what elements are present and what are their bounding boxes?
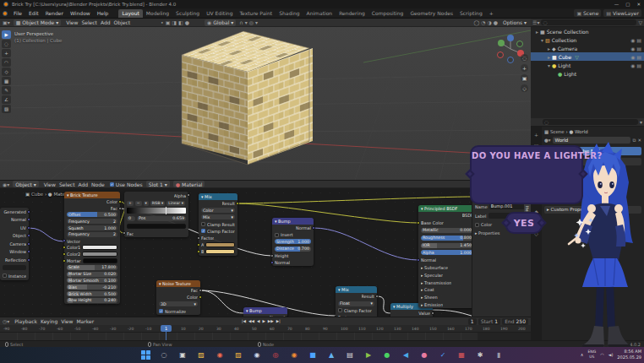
visibility-icons[interactable]: ◉ ▤ xyxy=(630,54,641,60)
ramp-control-button[interactable]: ▾ xyxy=(144,201,149,206)
texture-coordinate-node[interactable]: GeneratedNormalUVObjectCameraWindowRefle… xyxy=(0,208,29,280)
node-socket[interactable] xyxy=(123,231,126,235)
principled-bsdf-node-header[interactable]: ▾ Principled BSDF xyxy=(418,205,476,212)
taskbar-app-icon[interactable]: ◉ xyxy=(251,349,264,361)
viewport-menu-item[interactable]: Add xyxy=(99,19,112,25)
node-socket[interactable] xyxy=(270,254,274,257)
node-wire[interactable] xyxy=(29,228,64,241)
expander-icon[interactable]: ▾ xyxy=(541,37,543,43)
node-canvas[interactable]: ▣ Cube › ● Material GeneratedNormalUVObj… xyxy=(0,188,531,317)
taskbar-app-icon[interactable]: ● xyxy=(381,349,394,361)
workspace-tab[interactable]: Rendering xyxy=(336,9,368,18)
brick-texture-color1[interactable]: Color1 xyxy=(64,245,120,252)
color-ramp-ramp-gradient[interactable] xyxy=(124,207,188,214)
close-button[interactable]: ✕ xyxy=(636,2,641,7)
node-socket[interactable] xyxy=(431,312,434,315)
use-nodes-checkbox[interactable]: ✓Use Nodes xyxy=(110,182,143,187)
node-socket[interactable] xyxy=(27,242,30,246)
taskbar-app-icon[interactable]: ◉ xyxy=(288,349,301,361)
maximize-button[interactable]: ▢ xyxy=(625,2,630,7)
node-editor-menu-item[interactable]: Add xyxy=(76,182,90,187)
viewlayer-selector[interactable]: ▤ViewLayer xyxy=(603,9,641,17)
material-selector[interactable]: ●Material xyxy=(173,181,205,187)
mix-color-a[interactable]: A xyxy=(199,241,237,248)
viewport-tool-button[interactable]: ▶ xyxy=(2,30,11,39)
node-socket[interactable] xyxy=(197,250,200,253)
mix-color-b[interactable]: B xyxy=(199,248,237,255)
mix-float-node-header[interactable]: ▾ Mix xyxy=(336,286,377,293)
outliner-search-input[interactable]: ◌ xyxy=(541,19,636,25)
node-socket[interactable] xyxy=(375,295,379,298)
viewport-tool-button[interactable]: ✎ xyxy=(2,86,11,95)
bump-strength[interactable]: Strength1.000 xyxy=(272,238,314,245)
outliner-filter-icon[interactable]: ▽ xyxy=(638,19,642,25)
viewport-3d[interactable]: User Perspective (1) Collection | Cube ▶… xyxy=(0,27,531,180)
playback-button[interactable]: |◀ xyxy=(242,319,246,323)
workspace-tab[interactable]: + xyxy=(486,9,497,18)
taskbar-app-icon[interactable]: ▣ xyxy=(177,349,189,361)
menu-item[interactable]: File xyxy=(10,10,25,16)
viewport-tool-button[interactable]: ∠ xyxy=(2,95,11,104)
mix-color-clamp-factor[interactable]: ✓Clamp Factor xyxy=(199,228,237,235)
node-socket[interactable] xyxy=(27,210,30,214)
wifi-icon[interactable]: ◠ xyxy=(600,352,603,357)
brick-cube[interactable] xyxy=(182,31,313,165)
timeline-menu-item[interactable]: View xyxy=(59,318,74,324)
properties-filter-icon[interactable]: ▾ xyxy=(640,119,642,125)
playback-button[interactable]: ▶ xyxy=(262,319,265,323)
properties-search-input[interactable]: ◌ xyxy=(543,119,638,125)
brick-texture-color2[interactable]: Color2 xyxy=(64,251,120,257)
outliner-row[interactable]: ● Light xyxy=(531,69,644,78)
language-indicator[interactable]: ENGUS xyxy=(587,349,596,360)
expander-icon[interactable]: ▸ xyxy=(548,54,550,60)
frame-end-field[interactable]: End250 xyxy=(502,318,528,325)
mode-transfer-icons[interactable]: •▣◨◧● xyxy=(161,19,189,25)
workspace-tab[interactable]: Compositing xyxy=(368,9,407,18)
mode-dropdown[interactable]: ■Object Mode▾ xyxy=(14,19,61,26)
current-frame-field[interactable]: 1 xyxy=(468,318,477,325)
brick-texture-node[interactable]: ▾ Brick TextureColorFacOffset0.500Freque… xyxy=(64,192,120,304)
mix-color-node-header[interactable]: ▾ Mix xyxy=(199,193,237,200)
viewport-tool-button[interactable]: ▦ xyxy=(2,77,11,85)
frame-start-field[interactable]: Start1 xyxy=(478,318,501,325)
ramp-control-button[interactable]: RGB ▾ xyxy=(150,201,165,206)
node-socket[interactable] xyxy=(417,221,420,225)
mix-color-color[interactable]: Color▾ xyxy=(199,207,237,214)
viewport-menu-item[interactable]: View xyxy=(64,19,79,25)
options-dropdown[interactable]: Options ▾ xyxy=(501,19,528,25)
node-socket[interactable] xyxy=(63,259,66,263)
outliner-row[interactable]: ▸ ◆ Camera ◉ ▤ xyxy=(531,44,644,52)
viewport-tool-button[interactable]: ▧ xyxy=(2,105,11,113)
node-socket[interactable] xyxy=(199,289,202,292)
taskbar-app-icon[interactable]: ✱ xyxy=(474,349,487,361)
outliner-row[interactable]: ▸ ▦ Scene Collection xyxy=(531,27,644,35)
taskbar-app-icon[interactable]: ▤ xyxy=(344,349,357,361)
viewport-menu-item[interactable]: Object xyxy=(112,19,133,25)
mix-color-node[interactable]: ▾ MixResultColor▾Mix▾Clamp Result✓Clamp … xyxy=(199,193,237,256)
viewport-nav-icon[interactable]: + xyxy=(521,64,528,72)
viewport-tool-button[interactable]: ◌ xyxy=(2,40,11,48)
visibility-icons[interactable]: ◉ ▤ xyxy=(630,37,641,43)
scene-selector[interactable]: ▣Scene xyxy=(574,9,601,17)
taskbar-app-icon[interactable]: ▦ xyxy=(456,349,468,361)
node-wire[interactable] xyxy=(200,290,243,313)
playback-button[interactable]: ◀ xyxy=(257,319,259,323)
viewport-nav-icon[interactable]: ◇ xyxy=(521,84,528,92)
playback-button[interactable]: ◀◀ xyxy=(248,319,254,323)
color-ramp-ramp-controls[interactable]: +−▾RGB ▾Linear ▾ xyxy=(124,199,188,207)
minimize-button[interactable]: — xyxy=(614,2,619,7)
color-ramp-stop-color[interactable] xyxy=(124,222,188,230)
node-wire[interactable] xyxy=(237,197,472,203)
expander-icon[interactable]: ▾ xyxy=(548,62,550,68)
principled-bsdf-node[interactable]: ▾ Principled BSDFBSDFBase ColorMetallic0… xyxy=(418,205,476,308)
node-socket[interactable] xyxy=(63,239,66,242)
timeline-track[interactable] xyxy=(0,333,531,340)
brick-texture-row-height[interactable]: Row Height0.240 xyxy=(64,297,120,304)
node-socket[interactable] xyxy=(236,202,239,205)
brick-texture-mortar[interactable]: Mortar xyxy=(64,257,120,264)
principled-bsdf-ior[interactable]: IOR1.450 xyxy=(418,241,476,249)
noise-texture-node[interactable]: ▾ Noise TextureFacColor3D▾✓Normalize xyxy=(156,280,200,315)
taskbar-app-icon[interactable]: ■ xyxy=(307,349,319,361)
bump-node[interactable]: ▾ BumpNormalInvertStrength1.000Distance0… xyxy=(272,218,314,266)
node-wire[interactable] xyxy=(237,203,418,223)
